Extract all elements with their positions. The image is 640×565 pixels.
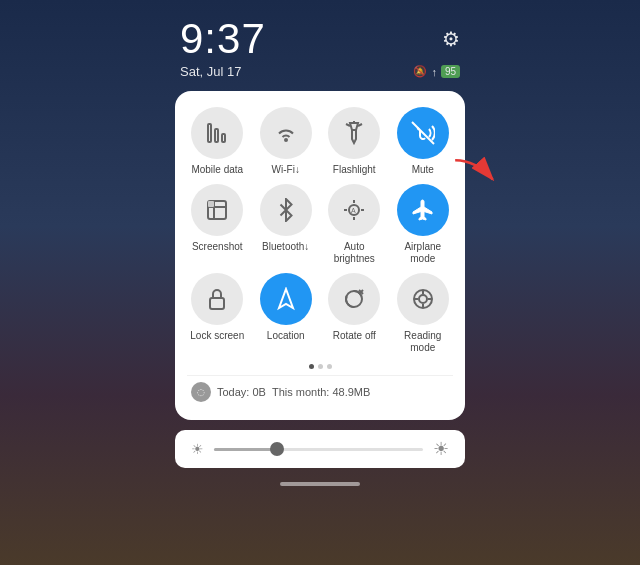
reading-mode-icon [397,273,449,325]
bluetooth-label: Bluetooth↓ [262,241,309,253]
tile-flashlight[interactable]: Flashlight [324,107,385,176]
mobile-data-label: Mobile data [191,164,243,176]
status-icons: 🔕 ↑ 95 [413,65,460,78]
data-usage-icon: ◌ [191,382,211,402]
tile-rotate-off[interactable]: Rotate off [324,273,385,354]
location-icon [260,273,312,325]
tile-airplane-mode[interactable]: Airplane mode [393,184,454,265]
tile-screenshot[interactable]: Screenshot [187,184,248,265]
phone-screen: 9:37 ⚙ Sat, Jul 17 🔕 ↑ 95 Mobile dat [160,0,480,565]
flashlight-label: Flashlight [333,164,376,176]
svg-rect-1 [215,129,218,142]
brightness-fill [214,448,277,451]
settings-icon[interactable]: ⚙ [442,27,460,51]
tiles-grid: Mobile data Wi-Fi↓ [187,107,453,354]
tile-lock-screen[interactable]: Lock screen [187,273,248,354]
svg-rect-2 [222,134,225,142]
tile-reading-mode[interactable]: Reading mode [393,273,454,354]
battery-badge: 95 [441,65,460,78]
screenshot-label: Screenshot [192,241,243,253]
time-display: 9:37 [180,18,266,60]
lock-screen-label: Lock screen [190,330,244,342]
auto-brightness-label: Auto brightnes [324,241,385,265]
screenshot-icon [191,184,243,236]
status-bar: 9:37 ⚙ [160,0,480,64]
tile-bluetooth[interactable]: Bluetooth↓ [256,184,317,265]
airplane-mode-icon [397,184,449,236]
tile-wifi[interactable]: Wi-Fi↓ [256,107,317,176]
svg-point-23 [419,295,427,303]
svg-text:A: A [351,207,356,214]
svg-rect-0 [208,124,211,142]
reading-mode-label: Reading mode [393,330,454,354]
red-arrow [451,156,501,186]
svg-rect-17 [210,298,224,309]
mobile-data-icon [191,107,243,159]
svg-marker-18 [279,289,293,308]
mute-label: Mute [412,164,434,176]
data-today: Today: 0B [217,386,266,398]
mute-status-icon: 🔕 [413,65,427,78]
data-month: This month: 48.9MB [272,386,370,398]
dot-3 [327,364,332,369]
brightness-bar-container[interactable]: ☀ ☀ [175,430,465,468]
brightness-thumb[interactable] [270,442,284,456]
tile-mute[interactable]: Mute [393,107,454,176]
airplane-mode-label: Airplane mode [393,241,454,265]
lock-screen-icon [191,273,243,325]
svg-point-3 [285,139,287,141]
signal-icon: ↑ [431,66,437,78]
svg-rect-9 [208,201,214,207]
wifi-label: Wi-Fi↓ [272,164,300,176]
bluetooth-icon [260,184,312,236]
data-usage-row: ◌ Today: 0B This month: 48.9MB [187,375,453,408]
wifi-icon [260,107,312,159]
dot-2 [318,364,323,369]
brightness-low-icon: ☀ [191,441,204,457]
rotate-off-icon [328,273,380,325]
home-indicator[interactable] [280,482,360,486]
dot-1 [309,364,314,369]
brightness-high-icon: ☀ [433,438,449,460]
date-display: Sat, Jul 17 [180,64,241,79]
tile-location[interactable]: Location [256,273,317,354]
flashlight-icon [328,107,380,159]
date-row: Sat, Jul 17 🔕 ↑ 95 [160,64,480,79]
auto-brightness-icon: A [328,184,380,236]
location-label: Location [267,330,305,342]
tile-auto-brightness[interactable]: A Auto brightnes [324,184,385,265]
page-dots [187,364,453,369]
rotate-off-label: Rotate off [333,330,376,342]
tile-mobile-data[interactable]: Mobile data [187,107,248,176]
quick-settings-panel: Mobile data Wi-Fi↓ [175,91,465,420]
brightness-track[interactable] [214,448,423,451]
mute-icon [397,107,449,159]
